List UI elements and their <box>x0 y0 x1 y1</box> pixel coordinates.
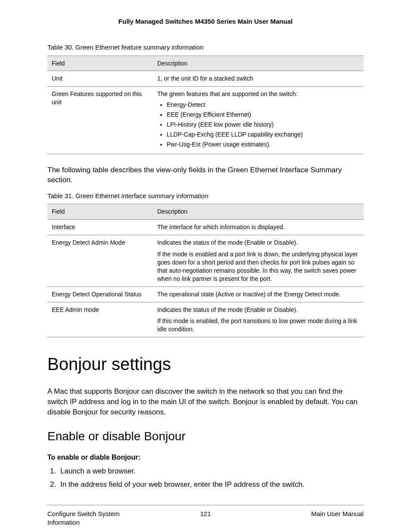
table30-head-desc: Description <box>153 56 364 71</box>
desc-line: Indicates the status of the mode (Enable… <box>157 306 359 314</box>
intro-para-table31: The following table describes the view-o… <box>47 165 364 186</box>
page-header: Fully Managed Switches M4350 Series Main… <box>47 17 364 26</box>
table-row: Unit 1, or the unit ID for a stacked swi… <box>47 71 364 87</box>
table30-head-field: Field <box>47 56 153 71</box>
table30-caption: Table 30. Green Ethernet feature summary… <box>47 43 364 52</box>
table-row: Energy Detect Operational Status The ope… <box>47 286 364 302</box>
instruction-heading: To enable or diable Bonjour: <box>47 453 364 462</box>
cell-desc: Indicates the status of the mode (Enable… <box>153 235 364 286</box>
step-item: In the address field of your web browser… <box>58 480 364 490</box>
cell-field: Energy Detect Admin Mode <box>47 235 153 286</box>
list-item: LPI-History (EEE low power idle history) <box>167 121 359 129</box>
footer-left: Configure Switch System Information <box>47 510 134 527</box>
step-item: Launch a web browser. <box>58 467 364 476</box>
list-item: LLDP-Cap-Exchg (EEE LLDP capability exch… <box>167 131 359 139</box>
table31-head-desc: Description <box>153 204 364 220</box>
cell-field: EEE Admin mode <box>47 302 153 337</box>
desc-line: Indicates the status of the mode (Enable… <box>157 239 359 247</box>
cell-field: Interface <box>47 220 153 235</box>
cell-field: Green Features supported on this unit <box>47 87 153 154</box>
feature-list: Energy-Detect EEE (Energy Efficient Ethe… <box>157 101 359 148</box>
desc-intro: The green features that are supported on… <box>157 90 297 97</box>
cell-desc: Indicates the status of the mode (Enable… <box>153 302 364 337</box>
table30: Field Description Unit 1, or the unit ID… <box>47 56 364 154</box>
cell-desc: The operational state (Active or Inactiv… <box>153 286 364 302</box>
cell-desc: The interface for which information is d… <box>153 220 364 235</box>
desc-line: If the mode is enabled and a port link i… <box>157 250 359 283</box>
cell-field: Energy Detect Operational Status <box>47 286 153 302</box>
table-row: Green Features supported on this unit Th… <box>47 87 364 154</box>
list-item: Energy-Detect <box>167 101 359 109</box>
list-item: EEE (Energy Efficient Ethernet) <box>167 111 359 119</box>
section-heading-bonjour: Bonjour settings <box>47 352 364 376</box>
table-row: Interface The interface for which inform… <box>47 220 364 235</box>
table-row: EEE Admin mode Indicates the status of t… <box>47 302 364 337</box>
table31-head-field: Field <box>47 204 153 220</box>
desc-line: If this mode is enabled, the port transi… <box>157 317 359 333</box>
steps-list: Launch a web browser. In the address fie… <box>47 467 364 490</box>
cell-desc: 1, or the unit ID for a stacked switch <box>153 71 364 87</box>
page-footer: Configure Switch System Information 121 … <box>47 505 364 527</box>
list-item: Pwr-Usg-Est (Power usage estimates). <box>167 140 359 149</box>
cell-field: Unit <box>47 71 153 87</box>
cell-desc: The green features that are supported on… <box>153 87 364 154</box>
bonjour-intro: A Mac that supports Bonjour can discover… <box>47 386 364 417</box>
footer-right: Main User Manual <box>277 510 364 527</box>
table31: Field Description Interface The interfac… <box>47 204 364 337</box>
subsection-enable-disable: Enable or disable Bonjour <box>47 428 364 445</box>
footer-page-number: 121 <box>134 510 277 527</box>
table31-caption: Table 31. Green Ethernet interface summa… <box>47 192 364 200</box>
table-row: Energy Detect Admin Mode Indicates the s… <box>47 235 364 286</box>
